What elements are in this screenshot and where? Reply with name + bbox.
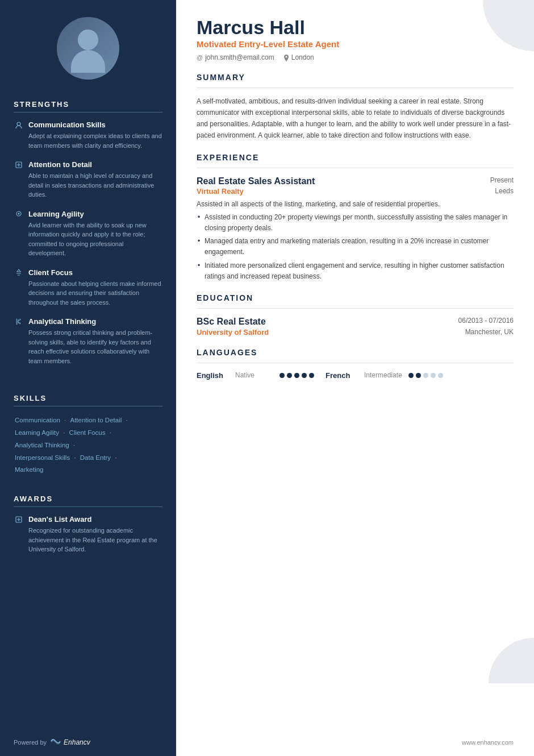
languages-row: English Native French Intermed	[197, 371, 514, 380]
summary-heading: SUMMARY	[197, 73, 514, 82]
strengths-heading: STRENGTHS	[14, 100, 162, 113]
skill-dot-2: ·	[124, 417, 127, 423]
strength-attention: Attention to Detail Able to maintain a h…	[14, 160, 162, 200]
location-contact: London	[283, 53, 314, 61]
email-icon: @	[197, 54, 203, 61]
dot-4	[302, 373, 307, 378]
education-divider	[197, 308, 514, 309]
skill-4: Client Focus	[69, 429, 106, 436]
resume-container: STRENGTHS Communication Skills	[0, 0, 534, 756]
communication-icon	[14, 121, 24, 129]
skill-1: Communication	[15, 417, 60, 423]
skill-dot-7: ·	[113, 454, 116, 461]
strength-learning: Learning Agility Avid learner with the a…	[14, 210, 162, 258]
skill-2: Attention to Detail	[70, 417, 122, 423]
exp-job-title: Real Estate Sales Assistant	[197, 176, 315, 186]
languages-divider	[197, 363, 514, 363]
dot-2	[287, 373, 292, 378]
client-desc: Passionate about helping clients make in…	[14, 279, 162, 308]
strength-client: Client Focus Passionate about helping cl…	[14, 268, 162, 308]
communication-desc: Adept at explaining complex ideas to cli…	[14, 131, 162, 150]
languages-heading: LANGUAGES	[197, 348, 514, 357]
skill-dot-5: ·	[72, 442, 75, 448]
dot-f2	[416, 373, 421, 378]
lang-french-dots	[408, 373, 443, 378]
dot-f3	[423, 373, 428, 378]
experience-divider	[197, 168, 514, 168]
svg-point-5	[285, 56, 287, 57]
exp-bullet-1: Assisted in conducting 20+ property view…	[197, 212, 514, 234]
learning-icon	[14, 210, 24, 218]
svg-point-3	[18, 213, 20, 215]
experience-heading: EXPERIENCE	[197, 153, 514, 162]
language-french: French Intermediate	[326, 371, 443, 380]
exp-bullets-list: Assisted in conducting 20+ property view…	[197, 212, 514, 282]
candidate-title: Motivated Entry-Level Estate Agent	[197, 39, 514, 49]
award-deans-list: Dean's List Award Recognized for outstan…	[14, 515, 162, 554]
exp-company-name: Virtual Realty	[197, 187, 244, 196]
exp-job-location: Leeds	[495, 187, 514, 195]
location-icon	[283, 54, 289, 61]
sidebar: STRENGTHS Communication Skills	[0, 0, 176, 729]
edu-date: 06/2013 - 07/2016	[458, 317, 514, 325]
skill-5: Analytical Thinking	[15, 442, 69, 448]
language-english: English Native	[197, 371, 314, 380]
avatar	[57, 17, 119, 80]
analytical-desc: Possess strong critical thinking and pro…	[14, 328, 162, 365]
skill-3: Learning Agility	[15, 429, 59, 436]
strength-analytical: Analytical Thinking Possess strong criti…	[14, 317, 162, 365]
lang-english-dots	[279, 373, 314, 378]
dot-3	[294, 373, 299, 378]
dot-f4	[431, 373, 436, 378]
skills-list: Communication · Attention to Detail · Le…	[14, 414, 162, 476]
edu-degree-row: BSc Real Estate 06/2013 - 07/2016	[197, 317, 514, 327]
resume-header: Marcus Hall Motivated Entry-Level Estate…	[197, 17, 514, 61]
analytical-title: Analytical Thinking	[28, 317, 96, 326]
lang-french-name: French	[326, 371, 360, 380]
corner-decoration-bottom	[489, 638, 534, 683]
education-section: EDUCATION BSc Real Estate 06/2013 - 07/2…	[197, 293, 514, 337]
email-contact: @ john.smith@email.com	[197, 53, 274, 61]
skill-7: Data Entry	[80, 454, 111, 461]
summary-section: SUMMARY A self-motivated, ambitious, and…	[197, 73, 514, 141]
attention-desc: Able to maintain a high level of accurac…	[14, 171, 162, 200]
footer-right: www.enhancv.com	[176, 729, 534, 756]
exp-subheader-row: Virtual Realty Leeds	[197, 187, 514, 196]
exp-description: Assisted in all aspects of the listing, …	[197, 199, 514, 210]
awards-section: AWARDS Dean's List Award Recognized	[0, 485, 176, 574]
logo-text: Enhancv	[64, 738, 90, 746]
skill-dot-4: ·	[108, 429, 111, 436]
powered-by-text: Powered by	[14, 739, 47, 746]
email-text: john.smith@email.com	[205, 53, 274, 61]
edu-school-name: University of Salford	[197, 328, 269, 337]
skill-8: Marketing	[15, 466, 44, 473]
languages-section: LANGUAGES English Native	[197, 348, 514, 380]
exp-job-date: Present	[490, 176, 514, 184]
client-icon	[14, 268, 24, 276]
edu-degree-title: BSc Real Estate	[197, 317, 266, 327]
photo-section	[0, 0, 176, 91]
education-heading: EDUCATION	[197, 293, 514, 302]
summary-divider	[197, 88, 514, 88]
person-icon	[57, 17, 119, 80]
exp-bullet-3: Initiated more personalized client engag…	[197, 260, 514, 282]
experience-item-1: Real Estate Sales Assistant Present Virt…	[197, 176, 514, 282]
logo-icon	[50, 737, 61, 748]
website-url: www.enhancv.com	[462, 739, 514, 746]
dot-f1	[408, 373, 414, 378]
communication-title: Communication Skills	[28, 121, 106, 129]
contact-info: @ john.smith@email.com London	[197, 53, 514, 61]
dot-5	[309, 373, 314, 378]
candidate-name: Marcus Hall	[197, 17, 514, 38]
dot-f5	[438, 373, 443, 378]
learning-desc: Avid learner with the ability to soak up…	[14, 221, 162, 258]
award-title: Dean's List Award	[28, 515, 91, 524]
edu-location: Manchester, UK	[465, 328, 514, 337]
awards-heading: AWARDS	[14, 495, 162, 507]
main-content: Marcus Hall Motivated Entry-Level Estate…	[176, 0, 534, 729]
learning-title: Learning Agility	[28, 210, 84, 218]
lang-english-name: English	[197, 371, 231, 380]
skills-heading: SKILLS	[14, 394, 162, 406]
skills-section: SKILLS Communication · Attention to Deta…	[0, 385, 176, 485]
summary-text: A self-motivated, ambitious, and results…	[197, 96, 514, 141]
